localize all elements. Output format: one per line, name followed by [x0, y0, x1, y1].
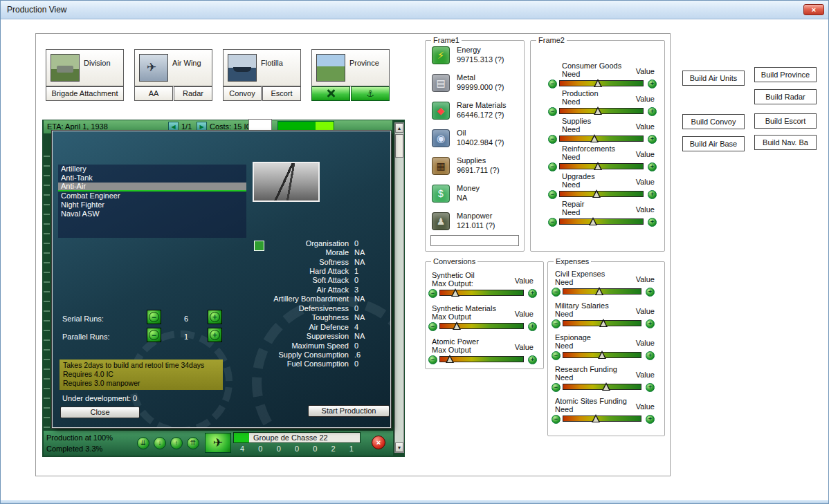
slider-plus-button[interactable]: + [648, 190, 657, 199]
queue-item-progress[interactable]: Groupe de Chasse 22 [233, 432, 361, 443]
slider-marker[interactable] [594, 106, 602, 115]
slider-marker[interactable] [599, 319, 608, 327]
naval-base-button[interactable]: ⚓ [351, 86, 390, 101]
slider-track[interactable] [563, 288, 641, 295]
list-item-anti-tank[interactable]: Anti-Tank [58, 174, 246, 183]
escort-button[interactable]: Escort [262, 86, 301, 101]
build-province-button[interactable]: Build Province [754, 67, 817, 82]
move-bottom-button[interactable]: ⇊ [137, 437, 149, 449]
air-unit-icon[interactable]: ✈ [205, 433, 231, 453]
slider-marker[interactable] [594, 79, 602, 87]
slider-minus-button[interactable]: − [552, 288, 561, 297]
serial-runs-minus-button[interactable]: − [147, 310, 161, 324]
window-close-button[interactable]: × [803, 4, 824, 15]
slider-plus-button[interactable]: + [648, 107, 657, 116]
slider-track[interactable] [559, 163, 644, 169]
slider-marker[interactable] [595, 287, 603, 295]
slider-minus-button[interactable]: − [548, 107, 557, 116]
scrollbar-thumb[interactable] [395, 134, 403, 158]
slider-track[interactable] [559, 108, 644, 114]
slider-plus-button[interactable]: + [648, 80, 657, 88]
province-button[interactable]: Province [311, 49, 390, 86]
slider-minus-button[interactable]: − [552, 351, 561, 360]
slider-marker[interactable] [589, 217, 597, 225]
move-down-button[interactable]: ↓ [154, 437, 166, 449]
slider-plus-button[interactable]: + [528, 289, 537, 298]
build-radar-button[interactable]: Build Radar [754, 89, 817, 104]
list-item-naval-asw[interactable]: Naval ASW [58, 209, 246, 218]
slider-plus-button[interactable]: + [646, 351, 655, 360]
slider-track[interactable] [439, 290, 524, 296]
scrollbar-up-icon[interactable]: ▲ [395, 123, 403, 133]
remove-item-button[interactable]: × [372, 436, 385, 449]
slider-marker[interactable] [594, 162, 602, 170]
flotilla-button[interactable]: Flotilla [223, 49, 301, 86]
start-production-button[interactable]: Start Production [308, 405, 390, 417]
stat-label: Defensiveness [156, 304, 349, 312]
slider-minus-button[interactable]: − [552, 415, 561, 424]
slider-minus-button[interactable]: − [548, 162, 557, 171]
aa-button[interactable]: AA [134, 86, 173, 101]
slider-plus-button[interactable]: + [646, 288, 655, 297]
build-air-base-button[interactable]: Build Air Base [682, 136, 745, 151]
slider-track[interactable] [563, 352, 641, 358]
slider-plus-button[interactable]: + [528, 322, 537, 331]
slider-track[interactable] [559, 218, 644, 225]
convoy-button[interactable]: Convoy [223, 86, 262, 101]
brigade-attachment-button[interactable]: Brigade Attachment [46, 86, 124, 101]
slider-plus-button[interactable]: + [648, 218, 657, 227]
slider-plus-button[interactable]: + [646, 383, 655, 392]
slider-minus-button[interactable]: − [552, 319, 561, 328]
slider-track[interactable] [559, 191, 644, 197]
slider-track[interactable] [439, 323, 524, 329]
scrollbar-down-icon[interactable]: ▼ [395, 442, 403, 452]
close-button[interactable]: Close [60, 407, 140, 418]
build-air-units-button[interactable]: Build Air Units [682, 71, 745, 86]
slider-minus-button[interactable]: − [548, 135, 557, 144]
slider-minus-button[interactable]: − [548, 218, 557, 227]
move-up-button[interactable]: ↑ [170, 437, 183, 449]
queue-scrollbar[interactable]: ▲ ▼ [394, 122, 404, 453]
build-naval-base-button[interactable]: Build Nav. Ba [754, 135, 817, 150]
division-button[interactable]: Division [46, 49, 124, 86]
slider-minus-button[interactable]: − [428, 289, 437, 298]
slider-marker[interactable] [598, 351, 606, 359]
slider-minus-button[interactable]: − [548, 190, 557, 199]
build-escort-button[interactable]: Build Escort [754, 113, 817, 129]
parallel-runs-plus-button[interactable]: + [208, 328, 222, 342]
slider-marker[interactable] [592, 414, 600, 422]
radar-button[interactable]: Radar [174, 86, 212, 101]
slider-track[interactable] [559, 136, 644, 142]
build-convoy-button[interactable]: Build Convoy [682, 114, 745, 129]
slider-track[interactable] [563, 416, 641, 422]
slider-minus-button[interactable]: − [428, 355, 437, 364]
slider-marker[interactable] [446, 355, 454, 363]
slider-marker[interactable] [592, 189, 601, 198]
slider-track[interactable] [563, 384, 641, 390]
frame1-input[interactable] [430, 235, 519, 246]
slider-minus-button[interactable]: − [548, 80, 557, 88]
list-item-combat-engineer[interactable]: Combat Engineer [58, 192, 246, 200]
slider-marker[interactable] [451, 288, 459, 297]
serial-runs-plus-button[interactable]: + [208, 310, 222, 324]
slider-plus-button[interactable]: + [648, 162, 657, 171]
list-item-night-fighter[interactable]: Night Fighter [58, 200, 246, 209]
land-fort-button[interactable] [311, 86, 350, 101]
slider-plus-button[interactable]: + [646, 415, 655, 424]
slider-plus-button[interactable]: + [648, 135, 657, 144]
slider-marker[interactable] [602, 382, 610, 391]
slider-minus-button[interactable]: − [428, 322, 437, 331]
air-wing-button[interactable]: Air Wing [134, 49, 212, 86]
slider-track[interactable] [559, 80, 644, 86]
slider-track[interactable] [439, 356, 524, 362]
slider-plus-button[interactable]: + [528, 355, 537, 364]
slider-minus-button[interactable]: − [552, 383, 561, 392]
list-item-anti-air-selected[interactable]: Anti-Air [58, 183, 246, 192]
move-top-button[interactable]: ⇈ [187, 437, 199, 449]
slider-marker[interactable] [453, 321, 461, 330]
list-item-artillery[interactable]: Artillery [58, 165, 246, 174]
slider-track[interactable] [563, 320, 641, 326]
slider-marker[interactable] [590, 134, 599, 142]
parallel-runs-minus-button[interactable]: − [147, 328, 161, 342]
slider-plus-button[interactable]: + [646, 319, 655, 328]
